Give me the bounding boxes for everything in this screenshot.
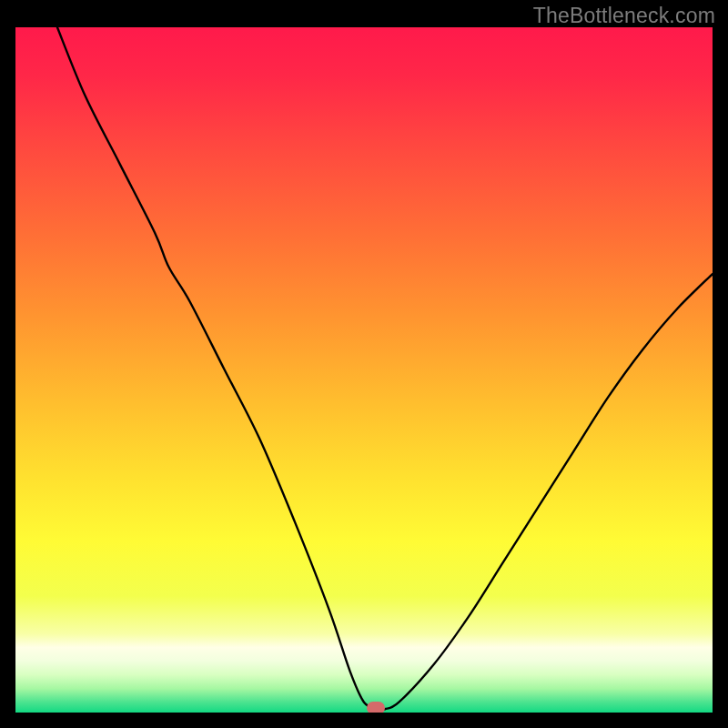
bottleneck-curve [15, 27, 713, 713]
chart-frame: TheBottleneck.com [0, 0, 728, 728]
watermark-text: TheBottleneck.com [533, 4, 715, 28]
optimal-point-marker [367, 702, 385, 713]
plot-area [15, 27, 713, 713]
